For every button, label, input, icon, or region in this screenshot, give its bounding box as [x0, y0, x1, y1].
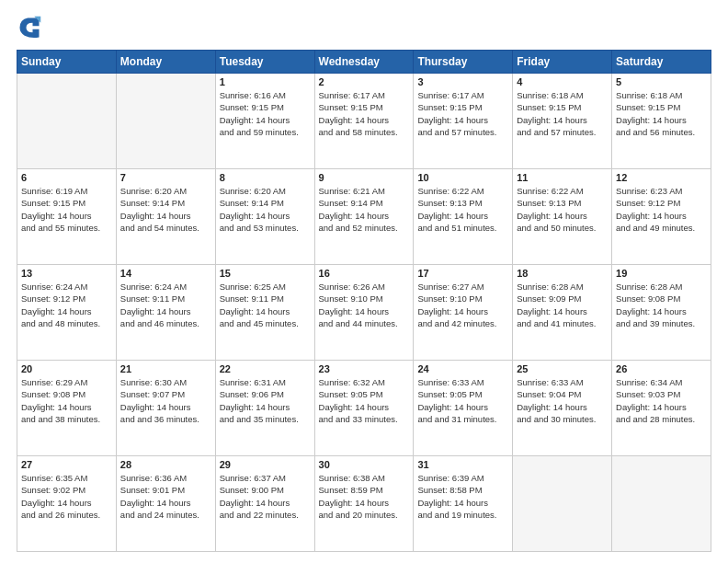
- daylight-text-1: Daylight: 14 hours: [21, 210, 112, 222]
- daylight-text-1: Daylight: 14 hours: [517, 210, 608, 222]
- daylight-text-2: and and 59 minutes.: [220, 126, 311, 138]
- sunrise-text: Sunrise: 6:33 AM: [517, 376, 608, 388]
- day-number: 29: [220, 459, 311, 470]
- sunset-text: Sunset: 9:13 PM: [417, 197, 508, 209]
- sunrise-text: Sunrise: 6:17 AM: [417, 89, 508, 101]
- sunrise-text: Sunrise: 6:35 AM: [21, 472, 112, 484]
- day-number: 12: [616, 172, 707, 183]
- calendar-cell: 4Sunrise: 6:18 AMSunset: 9:15 PMDaylight…: [513, 74, 612, 169]
- day-number: 30: [319, 459, 410, 470]
- daylight-text-2: and and 36 minutes.: [120, 413, 211, 425]
- sunrise-text: Sunrise: 6:19 AM: [21, 185, 112, 197]
- sunset-text: Sunset: 9:15 PM: [417, 101, 508, 113]
- day-number: 1: [220, 76, 311, 87]
- weekday-header: Saturday: [612, 51, 711, 74]
- daylight-text-1: Daylight: 14 hours: [616, 114, 707, 126]
- day-number: 9: [319, 172, 410, 183]
- daylight-text-1: Daylight: 14 hours: [120, 210, 211, 222]
- sunrise-text: Sunrise: 6:21 AM: [319, 185, 410, 197]
- daylight-text-1: Daylight: 14 hours: [417, 114, 508, 126]
- daylight-text-2: and and 22 minutes.: [220, 509, 311, 521]
- daylight-text-2: and and 42 minutes.: [417, 317, 508, 329]
- day-number: 16: [319, 268, 410, 279]
- calendar-cell: 26Sunrise: 6:34 AMSunset: 9:03 PMDayligh…: [612, 361, 711, 456]
- calendar-cell: 13Sunrise: 6:24 AMSunset: 9:12 PMDayligh…: [17, 265, 117, 361]
- calendar-cell: 30Sunrise: 6:38 AMSunset: 8:59 PMDayligh…: [314, 456, 414, 552]
- daylight-text-2: and and 58 minutes.: [319, 126, 410, 138]
- daylight-text-2: and and 30 minutes.: [517, 413, 608, 425]
- weekday-header: Monday: [116, 51, 215, 74]
- sunset-text: Sunset: 9:09 PM: [517, 293, 608, 304]
- calendar-week-row: 20Sunrise: 6:29 AMSunset: 9:08 PMDayligh…: [17, 361, 711, 456]
- sunset-text: Sunset: 9:15 PM: [616, 101, 707, 113]
- daylight-text-1: Daylight: 14 hours: [616, 305, 707, 317]
- weekday-header: Wednesday: [314, 51, 414, 74]
- daylight-text-2: and and 26 minutes.: [21, 509, 112, 521]
- day-number: 13: [21, 268, 112, 279]
- calendar-cell: 14Sunrise: 6:24 AMSunset: 9:11 PMDayligh…: [116, 265, 215, 361]
- day-number: 7: [120, 172, 211, 183]
- sunset-text: Sunset: 9:14 PM: [120, 197, 211, 209]
- sunrise-text: Sunrise: 6:26 AM: [319, 281, 410, 293]
- daylight-text-2: and and 57 minutes.: [417, 126, 508, 138]
- sunset-text: Sunset: 9:00 PM: [220, 484, 311, 496]
- calendar-cell: 29Sunrise: 6:37 AMSunset: 9:00 PMDayligh…: [215, 456, 314, 552]
- calendar-cell: 8Sunrise: 6:20 AMSunset: 9:14 PMDaylight…: [215, 169, 314, 265]
- weekday-header: Tuesday: [215, 51, 314, 74]
- sunset-text: Sunset: 8:58 PM: [417, 484, 508, 496]
- calendar-cell: 10Sunrise: 6:22 AMSunset: 9:13 PMDayligh…: [414, 169, 513, 265]
- calendar-cell: [513, 456, 612, 552]
- day-number: 20: [21, 363, 112, 374]
- sunrise-text: Sunrise: 6:32 AM: [319, 376, 410, 388]
- sunrise-text: Sunrise: 6:30 AM: [120, 376, 211, 388]
- day-number: 23: [319, 363, 410, 374]
- day-number: 28: [120, 459, 211, 470]
- daylight-text-1: Daylight: 14 hours: [319, 210, 410, 222]
- calendar-cell: 21Sunrise: 6:30 AMSunset: 9:07 PMDayligh…: [116, 361, 215, 456]
- weekday-header: Sunday: [17, 51, 117, 74]
- daylight-text-1: Daylight: 14 hours: [319, 114, 410, 126]
- sunset-text: Sunset: 9:04 PM: [517, 388, 608, 400]
- daylight-text-2: and and 24 minutes.: [120, 509, 211, 521]
- day-number: 18: [517, 268, 608, 279]
- weekday-header: Friday: [513, 51, 612, 74]
- day-number: 8: [220, 172, 311, 183]
- calendar-cell: 6Sunrise: 6:19 AMSunset: 9:15 PMDaylight…: [17, 169, 117, 265]
- daylight-text-2: and and 50 minutes.: [517, 222, 608, 234]
- calendar-week-row: 1Sunrise: 6:16 AMSunset: 9:15 PMDaylight…: [17, 74, 711, 169]
- daylight-text-2: and and 20 minutes.: [319, 509, 410, 521]
- day-number: 21: [120, 363, 211, 374]
- calendar-cell: 28Sunrise: 6:36 AMSunset: 9:01 PMDayligh…: [116, 456, 215, 552]
- logo: [17, 15, 46, 40]
- daylight-text-2: and and 41 minutes.: [517, 317, 608, 329]
- sunset-text: Sunset: 9:14 PM: [319, 197, 410, 209]
- sunrise-text: Sunrise: 6:20 AM: [220, 185, 311, 197]
- calendar-cell: 18Sunrise: 6:28 AMSunset: 9:09 PMDayligh…: [513, 265, 612, 361]
- daylight-text-1: Daylight: 14 hours: [120, 497, 211, 509]
- sunset-text: Sunset: 9:05 PM: [319, 388, 410, 400]
- daylight-text-1: Daylight: 14 hours: [220, 401, 311, 413]
- calendar-week-row: 6Sunrise: 6:19 AMSunset: 9:15 PMDaylight…: [17, 169, 711, 265]
- sunset-text: Sunset: 8:59 PM: [319, 484, 410, 496]
- sunset-text: Sunset: 9:10 PM: [319, 293, 410, 304]
- sunrise-text: Sunrise: 6:37 AM: [220, 472, 311, 484]
- calendar-cell: [116, 74, 215, 169]
- calendar-cell: 9Sunrise: 6:21 AMSunset: 9:14 PMDaylight…: [314, 169, 414, 265]
- sunrise-text: Sunrise: 6:24 AM: [21, 281, 112, 293]
- calendar-cell: 19Sunrise: 6:28 AMSunset: 9:08 PMDayligh…: [612, 265, 711, 361]
- day-number: 10: [417, 172, 508, 183]
- daylight-text-2: and and 55 minutes.: [21, 222, 112, 234]
- sunrise-text: Sunrise: 6:24 AM: [120, 281, 211, 293]
- calendar-cell: [612, 456, 711, 552]
- daylight-text-2: and and 57 minutes.: [517, 126, 608, 138]
- daylight-text-2: and and 44 minutes.: [319, 317, 410, 329]
- daylight-text-1: Daylight: 14 hours: [220, 114, 311, 126]
- sunset-text: Sunset: 9:07 PM: [120, 388, 211, 400]
- sunset-text: Sunset: 9:12 PM: [616, 197, 707, 209]
- daylight-text-1: Daylight: 14 hours: [517, 401, 608, 413]
- sunrise-text: Sunrise: 6:36 AM: [120, 472, 211, 484]
- daylight-text-2: and and 39 minutes.: [616, 317, 707, 329]
- calendar-cell: 1Sunrise: 6:16 AMSunset: 9:15 PMDaylight…: [215, 74, 314, 169]
- sunset-text: Sunset: 9:06 PM: [220, 388, 311, 400]
- calendar-cell: 16Sunrise: 6:26 AMSunset: 9:10 PMDayligh…: [314, 265, 414, 361]
